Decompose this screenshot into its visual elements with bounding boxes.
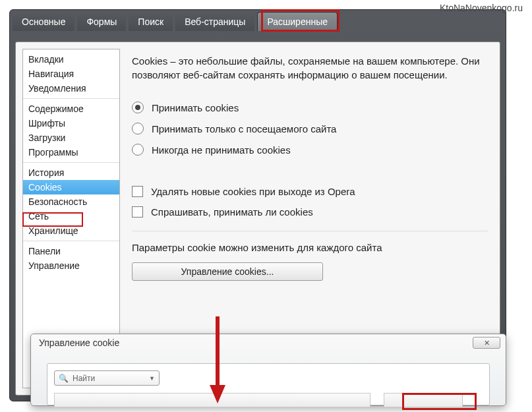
radio-icon (132, 102, 144, 113)
sidebar-item-panels[interactable]: Панели (23, 244, 119, 258)
checkbox-icon (132, 186, 143, 197)
sidebar-item-cookies[interactable]: Cookies (23, 180, 119, 194)
tab-search[interactable]: Поиск (129, 13, 173, 31)
search-placeholder: Найти (73, 374, 95, 383)
sidebar-item-notifications[interactable]: Уведомления (23, 81, 119, 96)
watermark: KtoNaNovenkogo.ru (440, 3, 523, 13)
sidebar-item-history[interactable]: История (23, 165, 119, 180)
radio-never-accept[interactable]: Никогда не принимать cookies (132, 144, 488, 156)
dialog-title: Управление cookie (39, 338, 119, 348)
check-label: Спрашивать, принимать ли cookies (151, 206, 313, 218)
sidebar-item-navigation[interactable]: Навигация (23, 67, 119, 81)
close-button[interactable]: ✕ (473, 337, 500, 349)
tab-main[interactable]: Основные (13, 13, 74, 31)
checkbox-icon (132, 206, 143, 218)
sidebar-item-fonts[interactable]: Шрифты (23, 116, 119, 131)
dialog-action-button[interactable] (384, 393, 463, 407)
dialog-body: 🔍 Найти ▼ (47, 363, 490, 405)
tab-webpages[interactable]: Веб-страницы (175, 13, 254, 31)
manage-cookies-dialog: Управление cookie ✕ 🔍 Найти ▼ (30, 334, 506, 406)
radio-icon (132, 144, 144, 156)
sidebar-item-management[interactable]: Управление (23, 258, 119, 273)
sidebar-item-programs[interactable]: Программы (23, 145, 119, 160)
radio-accept-visited-only[interactable]: Принимать только с посещаемого сайта (132, 123, 488, 134)
sidebar-item-security[interactable]: Безопасность (23, 194, 119, 209)
check-ask-accept[interactable]: Спрашивать, принимать ли cookies (132, 206, 488, 218)
top-tabbar: Основные Формы Поиск Веб-страницы Расшир… (10, 10, 506, 31)
check-delete-on-exit[interactable]: Удалять новые cookies при выходе из Oper… (132, 186, 488, 197)
search-input[interactable]: 🔍 Найти ▼ (54, 370, 160, 386)
sidebar-item-storage[interactable]: Хранилище (23, 223, 119, 238)
radio-label: Никогда не принимать cookies (152, 144, 291, 156)
tab-advanced[interactable]: Расширенные (257, 12, 338, 31)
dropdown-icon: ▼ (149, 375, 155, 382)
radio-icon (132, 123, 144, 134)
sidebar-item-content[interactable]: Содержимое (23, 102, 119, 116)
cookie-list-header (54, 393, 370, 407)
radio-label: Принимать только с посещаемого сайта (152, 123, 336, 134)
tab-forms[interactable]: Формы (77, 13, 126, 31)
check-label: Удалять новые cookies при выходе из Oper… (151, 186, 355, 197)
radio-accept-cookies[interactable]: Принимать cookies (132, 102, 488, 113)
close-icon: ✕ (484, 339, 490, 347)
sidebar-item-network[interactable]: Сеть (23, 209, 119, 223)
search-icon: 🔍 (59, 374, 69, 383)
sidebar-item-downloads[interactable]: Загрузки (23, 131, 119, 145)
radio-label: Принимать cookies (152, 102, 239, 113)
cookies-description: Cookies – это небольшие файлы, сохраняем… (132, 54, 488, 82)
manage-cookies-button[interactable]: Управление cookies... (132, 262, 323, 281)
sidebar-item-tabs[interactable]: Вкладки (23, 52, 119, 67)
separator (132, 231, 488, 231)
per-site-label: Параметры cookie можно изменить для кажд… (132, 242, 488, 253)
